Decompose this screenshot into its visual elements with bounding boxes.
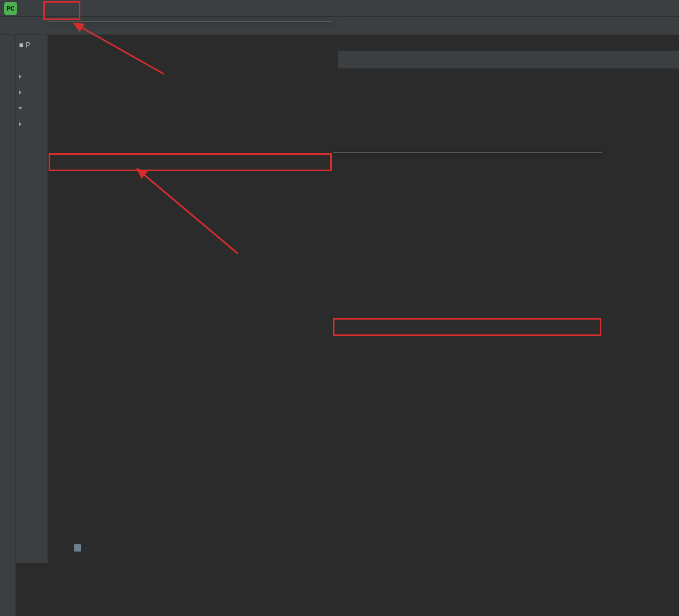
app-icon: PC — [4, 2, 17, 15]
project-title: ■ P — [19, 41, 31, 49]
project-tree[interactable]: ■ P — [16, 35, 48, 563]
file-icon — [74, 544, 81, 552]
left-tool-strip — [0, 35, 16, 616]
editor-tabs — [338, 51, 679, 69]
annotation-find-highlight — [49, 153, 332, 171]
breadcrumb — [0, 17, 679, 35]
chevron-right-icon[interactable] — [19, 74, 22, 79]
find-submenu-dropdown — [333, 152, 602, 153]
chevron-right-icon[interactable] — [19, 122, 22, 126]
tree-file-item[interactable] — [74, 544, 84, 552]
menu-bar: PC — [0, 0, 679, 17]
chevron-down-icon[interactable] — [18, 107, 23, 110]
annotation-arrows — [63, 21, 248, 269]
svg-line-1 — [137, 169, 238, 254]
code-editor[interactable] — [338, 69, 679, 616]
chevron-right-icon[interactable] — [19, 90, 22, 95]
edit-menu-dropdown — [48, 21, 333, 22]
